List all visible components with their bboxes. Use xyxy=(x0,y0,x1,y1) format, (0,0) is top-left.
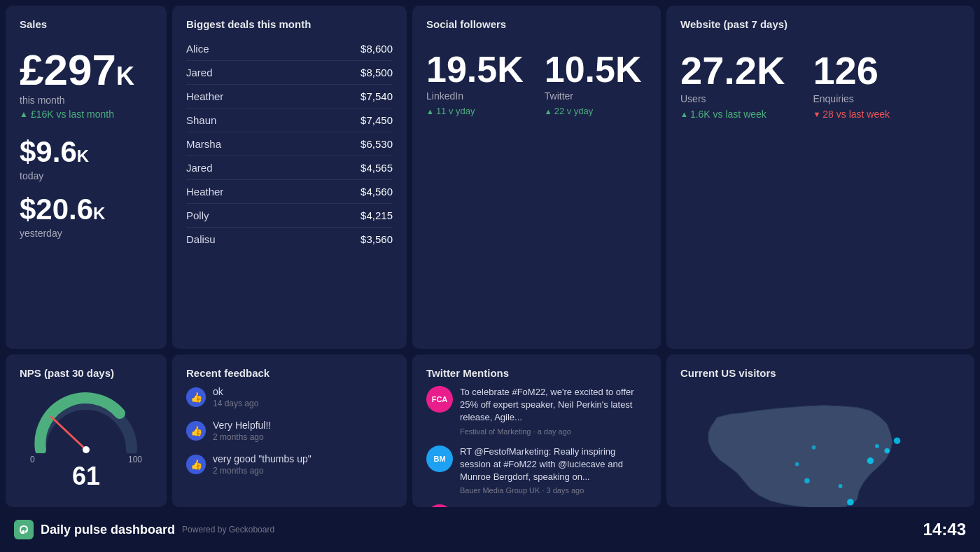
feedback-card: Recent feedback 👍 ok 14 days ago 👍 Very … xyxy=(172,354,407,507)
svg-point-7 xyxy=(839,484,843,488)
list-item: BM RT @FestofMarketing: Really inspiring… xyxy=(426,446,647,495)
footer-left: Daily pulse dashboard Powered by Geckobo… xyxy=(14,520,274,539)
sales-title: Sales xyxy=(20,18,153,30)
arrow-up-icon: ▲ xyxy=(680,110,688,118)
us-map-container xyxy=(680,386,960,507)
avatar: NH xyxy=(426,504,453,507)
deals-card: Biggest deals this month Alice$8,600Jare… xyxy=(172,6,407,349)
nps-title: NPS (past 30 days) xyxy=(20,367,153,379)
arrow-up-icon: ▲ xyxy=(20,109,28,119)
svg-point-6 xyxy=(847,499,854,506)
feedback-title: Recent feedback xyxy=(186,367,393,379)
footer-powered: Powered by Geckoboard xyxy=(182,525,274,534)
us-map-svg xyxy=(680,386,960,507)
twitter-card: Twitter Mentions FCA To celebrate #FoM22… xyxy=(412,354,661,507)
list-item: 126 Enquiries ▼ 28 vs last week xyxy=(813,51,890,120)
sales-card: Sales £297K this month ▲ £16K vs last mo… xyxy=(6,6,167,349)
arrow-down-icon: ▼ xyxy=(813,110,820,118)
nps-card: NPS (past 30 days) 0 100 61 xyxy=(6,354,167,507)
svg-point-1 xyxy=(83,446,90,453)
avatar: BM xyxy=(426,446,453,472)
feedback-list: 👍 ok 14 days ago 👍 Very Helpful!! 2 mont… xyxy=(186,386,393,476)
social-card: Social followers 19.5K LinkedIn ▲ 11 v y… xyxy=(412,6,661,349)
website-title: Website (past 7 days) xyxy=(680,18,960,30)
footer-time: 14:43 xyxy=(923,520,966,539)
sales-vs: ▲ £16K vs last month xyxy=(20,109,153,120)
arrow-up-icon: ▲ xyxy=(545,107,552,116)
svg-point-9 xyxy=(795,462,799,467)
website-stats: 27.2K Users ▲ 1.6K vs last week 126 Enqu… xyxy=(680,51,960,120)
avatar: FCA xyxy=(426,386,453,413)
svg-point-3 xyxy=(884,448,890,454)
arrow-up-icon: ▲ xyxy=(426,107,434,116)
footer: Daily pulse dashboard Powered by Geckobo… xyxy=(6,513,974,546)
table-row: Heather$7,540 xyxy=(186,85,393,109)
footer-title: Daily pulse dashboard xyxy=(41,523,175,537)
visitors-card: Current US visitors xyxy=(666,354,974,507)
visitors-title: Current US visitors xyxy=(680,367,960,379)
table-row: Dalisu$3,560 xyxy=(186,228,393,251)
thumbs-up-icon: 👍 xyxy=(186,421,206,441)
nps-gauge: 0 100 61 xyxy=(20,386,153,495)
table-row: Shaun$7,450 xyxy=(186,109,393,132)
sales-yesterday-amount: $20.6K xyxy=(20,193,153,226)
list-item: 👍 ok 14 days ago xyxy=(186,386,393,408)
sales-yesterday-label: yesterday xyxy=(20,228,153,239)
geckoboard-logo xyxy=(14,520,34,539)
table-row: Marsha$6,530 xyxy=(186,132,393,156)
nps-score: 61 xyxy=(72,462,100,491)
list-item: FCA To celebrate #FoM22, we're excited t… xyxy=(426,386,647,436)
sales-today-amount: $9.6K xyxy=(20,135,153,169)
thumbs-up-icon: 👍 xyxy=(186,455,206,474)
svg-point-4 xyxy=(875,444,879,448)
gauge-svg xyxy=(30,390,142,453)
deals-table: Alice$8,600Jared$8,500Heather$7,540Shaun… xyxy=(186,37,393,251)
list-item: NH RT @TweetMRSpride: We're at @FestofMa… xyxy=(426,504,647,507)
list-item: 27.2K Users ▲ 1.6K vs last week xyxy=(680,51,785,120)
tweets-list: FCA To celebrate #FoM22, we're excited t… xyxy=(426,386,647,507)
svg-point-5 xyxy=(867,457,874,464)
table-row: Jared$4,565 xyxy=(186,156,393,180)
svg-line-0 xyxy=(51,417,86,450)
list-item: 10.5K Twitter ▲ 22 v yday xyxy=(545,51,642,116)
thumbs-up-icon: 👍 xyxy=(186,387,206,407)
svg-point-8 xyxy=(812,446,816,450)
website-card: Website (past 7 days) 27.2K Users ▲ 1.6K… xyxy=(666,6,974,349)
table-row: Jared$8,500 xyxy=(186,61,393,85)
svg-point-10 xyxy=(804,478,810,484)
sales-today-label: today xyxy=(20,170,153,181)
table-row: Polly$4,215 xyxy=(186,204,393,228)
table-row: Heather$4,560 xyxy=(186,180,393,204)
sales-main-label: this month xyxy=(20,95,153,106)
social-stats: 19.5K LinkedIn ▲ 11 v yday 10.5K Twitter… xyxy=(426,51,647,116)
list-item: 👍 Very Helpful!! 2 months ago xyxy=(186,420,393,442)
table-row: Alice$8,600 xyxy=(186,37,393,61)
list-item: 👍 very good "thumbs up" 2 months ago xyxy=(186,453,393,476)
sales-main-amount: £297K xyxy=(20,48,153,92)
twitter-title: Twitter Mentions xyxy=(426,367,647,379)
deals-title: Biggest deals this month xyxy=(186,18,393,30)
svg-point-2 xyxy=(894,437,901,444)
social-title: Social followers xyxy=(426,18,647,30)
list-item: 19.5K LinkedIn ▲ 11 v yday xyxy=(426,51,524,116)
